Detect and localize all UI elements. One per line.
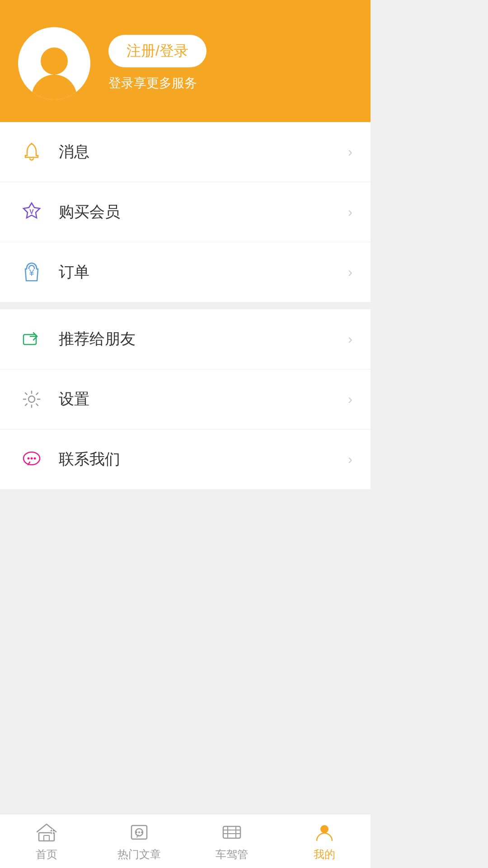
register-login-button[interactable]: 注册/登录	[108, 35, 206, 67]
svg-point-6	[28, 396, 35, 402]
articles-icon	[128, 821, 150, 844]
recommend-chevron: ›	[348, 331, 352, 347]
nav-item-articles[interactable]: 热门文章	[93, 814, 185, 868]
svg-point-19	[138, 831, 140, 833]
svg-point-10	[34, 458, 36, 460]
svg-rect-12	[44, 835, 49, 841]
bell-icon	[18, 138, 45, 165]
contact-chevron: ›	[348, 452, 352, 467]
settings-chevron: ›	[348, 392, 352, 407]
menu-item-recommend[interactable]: 推荐给朋友 ›	[0, 309, 371, 369]
messages-chevron: ›	[348, 144, 352, 160]
menu-group-2: 推荐给朋友 › 设置 › 联系我们 ›	[0, 309, 371, 489]
orders-label: 订单	[59, 262, 348, 283]
svg-point-20	[141, 831, 143, 833]
avatar	[18, 27, 90, 99]
svg-point-26	[320, 825, 328, 833]
empty-area	[0, 496, 371, 868]
order-icon: ¥	[18, 259, 45, 286]
mine-icon	[313, 821, 336, 844]
nav-home-label: 首页	[36, 847, 57, 862]
contact-label: 联系我们	[59, 449, 348, 470]
menu-item-contact[interactable]: 联系我们 ›	[0, 429, 371, 489]
svg-point-8	[28, 458, 30, 460]
chat-icon	[18, 446, 45, 473]
driving-icon	[221, 821, 243, 844]
svg-rect-21	[223, 826, 240, 838]
menu-item-messages[interactable]: 消息 ›	[0, 122, 371, 182]
recommend-label: 推荐给朋友	[59, 329, 348, 349]
vip-icon: V	[18, 198, 45, 226]
svg-point-18	[136, 831, 137, 833]
settings-label: 设置	[59, 389, 348, 410]
orders-chevron: ›	[348, 264, 352, 280]
nav-mine-label: 我的	[314, 847, 335, 862]
menu-item-orders[interactable]: ¥ 订单 ›	[0, 242, 371, 302]
vip-label: 购买会员	[59, 202, 348, 222]
messages-label: 消息	[59, 142, 348, 162]
nav-articles-label: 热门文章	[117, 847, 161, 862]
login-subtitle: 登录享更多服务	[108, 75, 206, 92]
nav-item-mine[interactable]: 我的	[278, 814, 371, 868]
nav-item-home[interactable]: 首页	[0, 814, 93, 868]
svg-point-9	[31, 458, 33, 460]
header-info: 注册/登录 登录享更多服务	[108, 35, 206, 92]
profile-header: 注册/登录 登录享更多服务	[0, 0, 371, 122]
gear-icon	[18, 386, 45, 413]
bottom-navigation: 首页 热门文章 车驾管	[0, 814, 371, 868]
svg-text:V: V	[29, 208, 34, 215]
menu-group-1: 消息 › V 购买会员 › ¥ 订单 ›	[0, 122, 371, 302]
nav-item-driving[interactable]: 车驾管	[185, 814, 278, 868]
vip-chevron: ›	[348, 204, 352, 220]
share-icon	[18, 326, 45, 353]
menu-item-settings[interactable]: 设置 ›	[0, 369, 371, 429]
nav-driving-label: 车驾管	[216, 847, 248, 862]
home-icon	[35, 821, 58, 844]
menu-item-vip[interactable]: V 购买会员 ›	[0, 182, 371, 242]
svg-text:¥: ¥	[28, 268, 34, 278]
